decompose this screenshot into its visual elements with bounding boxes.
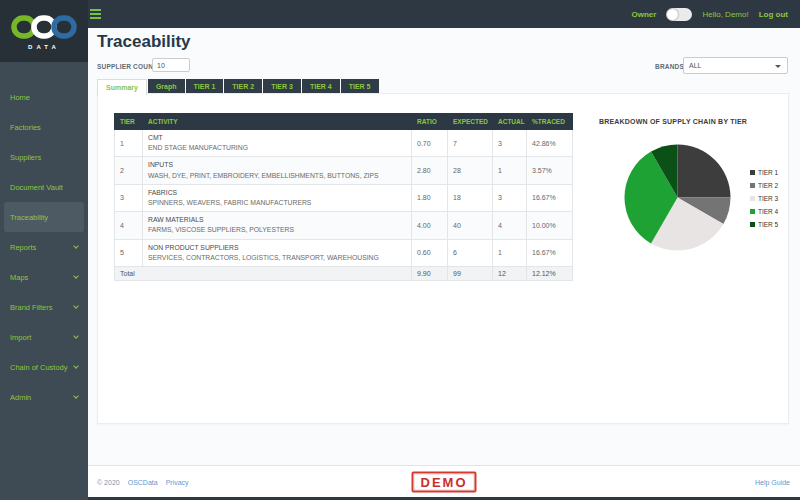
cell-actual: 3 (493, 130, 527, 157)
col-header--traced: %TRACED (527, 114, 573, 130)
tab-tier-4[interactable]: TIER 4 (302, 79, 340, 93)
help-guide-link[interactable]: Help Guide (755, 466, 790, 498)
tab-tier-3[interactable]: TIER 3 (263, 79, 301, 93)
col-header-ratio: RATIO (412, 114, 448, 130)
oscdata-link[interactable]: OSCData (128, 479, 158, 486)
logo-data-label: DATA (28, 44, 60, 50)
cell-ratio: 2.80 (412, 157, 448, 184)
traceability-table: TIERACTIVITYRATIOEXPECTEDACTUAL%TRACED 1… (114, 113, 573, 281)
col-header-actual: ACTUAL (493, 114, 527, 130)
legend-label: TIER 3 (758, 195, 778, 202)
footer: © 2020 OSCData Privacy DEMO Help Guide (88, 465, 800, 497)
supplier-count-input[interactable] (152, 58, 190, 72)
sidebar-item-home[interactable]: Home (4, 82, 84, 112)
legend-item-tier-2: TIER 2 (750, 179, 778, 192)
brands-label: BRANDS (655, 63, 684, 70)
demo-stamp: DEMO (412, 471, 477, 492)
activity-name: RAW MATERIALS (148, 215, 406, 225)
owner-toggle[interactable] (666, 8, 692, 21)
sidebar-item-maps[interactable]: Maps (4, 262, 84, 292)
table-total-row: Total9.90991212.12% (115, 266, 573, 280)
activity-name: FABRICS (148, 188, 406, 198)
supply-chain-pie-chart (620, 140, 735, 255)
sidebar-item-traceability[interactable]: Traceability (4, 202, 84, 232)
sidebar-item-import[interactable]: Import (4, 322, 84, 352)
cell-actual: 1 (493, 157, 527, 184)
cell-activity: NON PRODUCT SUPPLIERSSERVICES, CONTRACTO… (143, 239, 412, 266)
legend-swatch-icon (750, 209, 755, 214)
sidebar-item-admin[interactable]: Admin (4, 382, 84, 412)
tab-tier-2[interactable]: TIER 2 (224, 79, 262, 93)
chevron-down-icon (73, 393, 79, 399)
sidebar-item-label: Document Vault (10, 183, 63, 192)
total-traced: 12.12% (527, 266, 573, 280)
cell-traced: 3.57% (527, 157, 573, 184)
cell-tier: 2 (115, 157, 143, 184)
brands-select[interactable]: ALL (683, 57, 788, 74)
supplier-count-label: SUPPLIER COUNT (97, 63, 157, 70)
tab-tier-5[interactable]: TIER 5 (341, 79, 379, 93)
sidebar-item-label: Suppliers (10, 153, 41, 162)
sidebar-item-reports[interactable]: Reports (4, 232, 84, 262)
footer-links: © 2020 OSCData Privacy (97, 466, 189, 498)
cell-activity: FABRICSSPINNERS, WEAVERS, FABRIC MANUFAC… (143, 184, 412, 211)
table-row: 3FABRICSSPINNERS, WEAVERS, FABRIC MANUFA… (115, 184, 573, 211)
col-header-tier: TIER (115, 114, 143, 130)
logout-link[interactable]: Log out (759, 10, 788, 19)
sidebar-item-label: Chain of Custody (10, 363, 68, 372)
cell-expected: 28 (448, 157, 493, 184)
table-row: 1CMTEND STAGE MANUFACTURING0.707342.86% (115, 130, 573, 157)
chevron-down-icon (73, 363, 79, 369)
cell-actual: 1 (493, 239, 527, 266)
cell-expected: 6 (448, 239, 493, 266)
tab-bar: SummaryGraphTIER 1TIER 2TIER 3TIER 4TIER… (97, 79, 380, 95)
tab-tier-1[interactable]: TIER 1 (186, 79, 224, 93)
cell-actual: 4 (493, 212, 527, 239)
cell-activity: CMTEND STAGE MANUFACTURING (143, 130, 412, 157)
topbar-right: Owner Hello, Demo! Log out (632, 0, 788, 28)
table-row: 5NON PRODUCT SUPPLIERSSERVICES, CONTRACT… (115, 239, 573, 266)
total-expected: 99 (448, 266, 493, 280)
cell-ratio: 4.00 (412, 212, 448, 239)
pie-slice-tier-1[interactable] (678, 145, 731, 198)
chevron-down-icon (73, 243, 79, 249)
chevron-down-icon (73, 333, 79, 339)
chevron-down-icon (775, 65, 781, 68)
sidebar-item-factories[interactable]: Factories (4, 112, 84, 142)
sidebar-item-chain-of-custody[interactable]: Chain of Custody (4, 352, 84, 382)
privacy-link[interactable]: Privacy (166, 479, 189, 486)
main-content: Traceability SUPPLIER COUNT BRANDS ALL S… (88, 28, 800, 465)
legend-item-tier-5: TIER 5 (750, 218, 778, 231)
cell-traced: 10.00% (527, 212, 573, 239)
cell-tier: 4 (115, 212, 143, 239)
sidebar-item-document-vault[interactable]: Document Vault (4, 172, 84, 202)
activity-detail: SERVICES, CONTRACTORS, LOGISTICS, TRANSP… (148, 253, 406, 263)
user-greeting: Hello, Demo! (702, 10, 748, 19)
cell-ratio: 0.70 (412, 130, 448, 157)
sidebar-item-label: Maps (10, 273, 28, 282)
activity-detail: WASH, DYE, PRINT, EMBROIDERY, EMBELLISHM… (148, 171, 406, 181)
copyright-text: © 2020 (97, 479, 120, 486)
legend-label: TIER 5 (758, 221, 778, 228)
cell-tier: 3 (115, 184, 143, 211)
tab-graph[interactable]: Graph (148, 79, 185, 93)
sidebar-item-suppliers[interactable]: Suppliers (4, 142, 84, 172)
chevron-down-icon (73, 303, 79, 309)
legend-swatch-icon (750, 196, 755, 201)
sidebar-item-label: Home (10, 93, 30, 102)
sidebar-item-brand-filters[interactable]: Brand Filters (4, 292, 84, 322)
legend-item-tier-4: TIER 4 (750, 205, 778, 218)
total-actual: 12 (493, 266, 527, 280)
cell-tier: 5 (115, 239, 143, 266)
tab-summary[interactable]: Summary (97, 79, 147, 95)
table-row: 2INPUTSWASH, DYE, PRINT, EMBROIDERY, EMB… (115, 157, 573, 184)
cell-ratio: 1.80 (412, 184, 448, 211)
activity-detail: FARMS, VISCOSE SUPPLIERS, POLYESTERS (148, 225, 406, 235)
total-ratio: 9.90 (412, 266, 448, 280)
menu-icon[interactable] (90, 9, 102, 20)
legend-item-tier-3: TIER 3 (750, 192, 778, 205)
page-title: Traceability (97, 32, 191, 52)
cell-actual: 3 (493, 184, 527, 211)
logo[interactable]: DATA (0, 0, 88, 62)
app-root: Owner Hello, Demo! Log out DATA HomeFact… (0, 0, 800, 500)
